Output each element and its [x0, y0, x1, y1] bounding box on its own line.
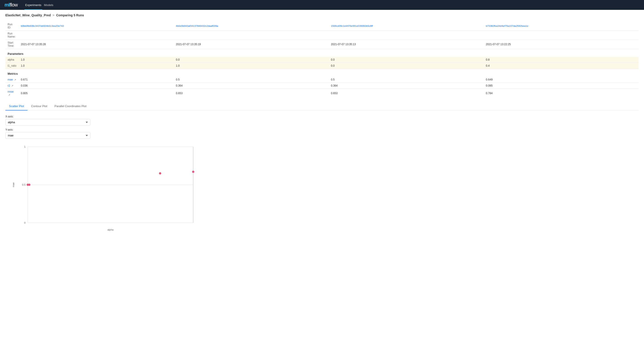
- nav-models[interactable]: Models: [43, 1, 54, 10]
- parameters-header-row: Parameters: [5, 49, 639, 57]
- start-time-0: 2021-07-07 13:35:28: [18, 40, 174, 49]
- metric-mae-1: 0.5: [174, 77, 329, 83]
- start-time-2: 2021-07-07 13:35:13: [329, 40, 484, 49]
- breadcrumb-separator: >: [52, 14, 54, 17]
- metric-rmse-link[interactable]: rmse: [8, 90, 14, 93]
- param-alpha-1: 0.0: [174, 57, 329, 63]
- y-axis-select[interactable]: mae r2 rmse: [5, 132, 90, 139]
- logo: mlflow: [4, 2, 18, 8]
- param-l1ratio-0: 1.0: [18, 63, 174, 69]
- run-name-2: [329, 31, 484, 40]
- metric-r2-2: 0.364: [329, 83, 484, 89]
- metric-mae-row: mae ↗ 0.671 0.5 0.5 0.649: [5, 77, 639, 83]
- run-id-2[interactable]: 1568cd39c1e4476e991e039092b5c8ff: [331, 24, 373, 27]
- svg-text:1: 1: [24, 146, 26, 148]
- param-alpha-label: alpha: [5, 57, 18, 63]
- param-l1ratio-2: 0.0: [329, 63, 484, 69]
- run-id-1[interactable]: 4b6d3b943af34137846432c2daaf039a: [176, 24, 218, 27]
- scatter-point-run1[interactable]: [192, 171, 194, 173]
- x-axis-select[interactable]: alpha l1_ratio: [5, 119, 90, 126]
- metric-r2-0: 0.036: [18, 83, 174, 89]
- metric-r2-row: r2 ↗ 0.036 0.364 0.364 0.085: [5, 83, 639, 89]
- breadcrumb-parent[interactable]: ElasticNet_Wine_Quality_Pred: [5, 14, 51, 17]
- start-time-row: Start Time: 2021-07-07 13:35:28 2021-07-…: [5, 40, 639, 49]
- start-time-1: 2021-07-07 13:35:19: [174, 40, 329, 49]
- metric-mae-label: mae ↗: [5, 77, 18, 83]
- svg-text:alpha: alpha: [108, 228, 114, 231]
- param-l1ratio-1: 1.0: [174, 63, 329, 69]
- x-axis-control: X-axis: alpha l1_ratio: [5, 115, 639, 126]
- metric-r2-3: 0.085: [484, 83, 639, 89]
- param-alpha-0: 1.0: [18, 57, 174, 63]
- scatter-plot-container: 1 0.5 0 mae alpha: [10, 142, 202, 232]
- param-l1ratio-3: 0.4: [484, 63, 639, 69]
- run-name-0: [18, 31, 174, 40]
- y-axis-control: Y-axis: mae r2 rmse: [5, 128, 639, 139]
- metric-r2-label: r2 ↗: [5, 83, 18, 89]
- param-alpha-row: alpha 1.0 0.0 0.0 0.8: [5, 57, 639, 63]
- run-name-3: [484, 31, 639, 40]
- param-alpha-2: 0.0: [329, 57, 484, 63]
- run-name-1: [174, 31, 329, 40]
- metric-mae-3: 0.649: [484, 77, 639, 83]
- main-content: ElasticNet_Wine_Quality_Pred > Comparing…: [0, 10, 644, 235]
- svg-text:mae: mae: [12, 182, 15, 187]
- main-nav: Experiments Models: [24, 3, 54, 7]
- param-l1ratio-row: l1_ratio 1.0 1.0 0.0 0.4: [5, 63, 639, 69]
- svg-text:0.5: 0.5: [22, 184, 26, 186]
- start-time-label: Start Time:: [5, 40, 18, 49]
- metric-mae-2: 0.5: [329, 77, 484, 83]
- chart-controls: X-axis: alpha l1_ratio Y-axis: mae r2 rm…: [5, 115, 639, 139]
- run-id-3[interactable]: b73382fba34d4ef79a107da2592bea1e: [486, 24, 528, 27]
- svg-text:0: 0: [24, 222, 26, 224]
- metric-r2-link[interactable]: r2: [8, 84, 10, 87]
- tab-scatter-plot[interactable]: Scatter Plot: [5, 102, 28, 110]
- param-alpha-3: 0.8: [484, 57, 639, 63]
- breadcrumb: ElasticNet_Wine_Quality_Pred > Comparing…: [5, 14, 639, 17]
- scatter-point-run4[interactable]: [159, 172, 161, 174]
- parameters-header: Parameters: [5, 49, 639, 57]
- run-name-label: Run Name:: [5, 31, 18, 40]
- plot-tabs: Scatter Plot Contour Plot Parallel Coord…: [5, 102, 639, 110]
- metric-rmse-3: 0.784: [484, 89, 639, 98]
- metric-rmse-2: 0.653: [329, 89, 484, 98]
- metric-rmse-1: 0.653: [174, 89, 329, 98]
- metric-r2-1: 0.364: [174, 83, 329, 89]
- tab-contour-plot[interactable]: Contour Plot: [28, 102, 51, 110]
- param-l1ratio-label: l1_ratio: [5, 63, 18, 69]
- run-id-0[interactable]: b0bb9fe608c3437eb504b613ea20e743: [21, 24, 64, 27]
- run-id-row: Run ID: b0bb9fe608c3437eb504b613ea20e743…: [5, 22, 639, 31]
- run-id-label: Run ID:: [5, 22, 18, 31]
- metrics-header: Metrics: [5, 69, 639, 77]
- compare-table: Run ID: b0bb9fe608c3437eb504b613ea20e743…: [5, 22, 639, 98]
- tab-parallel-coords[interactable]: Parallel Coordinates Plot: [51, 102, 90, 110]
- metrics-header-row: Metrics: [5, 69, 639, 77]
- x-axis-label: X-axis:: [5, 115, 639, 118]
- start-time-3: 2021-07-07 13:22:25: [484, 40, 639, 49]
- chart-icon-rmse: ↗: [8, 94, 10, 96]
- scatter-point-run3[interactable]: [26, 184, 29, 186]
- metric-rmse-row: rmse ↗ 0.805 0.653 0.653 0.784: [5, 89, 639, 98]
- scatter-plot-svg: 1 0.5 0 mae alpha: [10, 142, 202, 232]
- nav-experiments[interactable]: Experiments: [24, 1, 42, 10]
- metric-mae-link[interactable]: mae: [8, 78, 13, 81]
- metric-rmse-label: rmse ↗: [5, 89, 18, 98]
- app-header: mlflow Experiments Models: [0, 0, 644, 10]
- chart-icon: ↗: [14, 78, 16, 81]
- y-axis-label: Y-axis:: [5, 128, 639, 131]
- chart-icon-r2: ↗: [12, 84, 13, 87]
- run-name-row: Run Name:: [5, 31, 639, 40]
- metric-rmse-0: 0.805: [18, 89, 174, 98]
- metric-mae-0: 0.671: [18, 77, 174, 83]
- breadcrumb-current: Comparing 5 Runs: [56, 14, 84, 17]
